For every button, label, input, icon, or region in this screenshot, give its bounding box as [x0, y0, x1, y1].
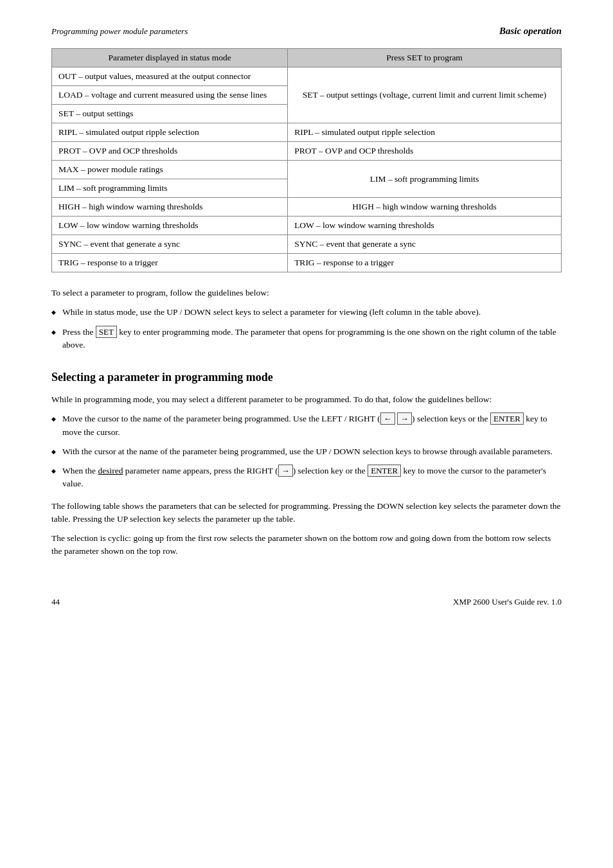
table-cell: LOAD – voltage and current measured usin… [52, 86, 288, 105]
list-item: While in status mode, use the UP / DOWN … [51, 306, 562, 319]
col2-header: Press SET to program [288, 49, 562, 67]
table-row: MAX – power module ratings LIM – soft pr… [52, 161, 562, 179]
table-cell: SYNC – event that generate a sync [52, 235, 288, 254]
table-row: SYNC – event that generate a sync SYNC –… [52, 235, 562, 254]
list-item: Press the SET key to enter programming m… [51, 326, 562, 352]
section-heading: Selecting a parameter in programming mod… [51, 371, 562, 384]
bullets2: Move the cursor to the name of the param… [51, 412, 562, 490]
list-item: With the cursor at the name of the param… [51, 445, 562, 458]
table-cell: LOW – low window warning thresholds [288, 217, 562, 235]
table-cell: MAX – power module ratings [52, 161, 288, 179]
set-key: SET [96, 326, 117, 338]
table-cell: HIGH – high window warning thresholds [52, 198, 288, 217]
enter-key: ENTER [490, 412, 524, 425]
bullets1: While in status mode, use the UP / DOWN … [51, 306, 562, 351]
col1-header: Parameter displayed in status mode [52, 49, 288, 67]
table-cell: PROT – OVP and OCP thresholds [52, 142, 288, 161]
enter-key2: ENTER [368, 465, 401, 477]
table-cell: OUT – output values, measured at the out… [52, 67, 288, 86]
table-cell: TRIG – response to a trigger [52, 254, 288, 272]
table-cell: TRIG – response to a trigger [288, 254, 562, 272]
right-key: → [397, 412, 412, 425]
table-cell: RIPL – simulated output ripple selection [288, 123, 562, 142]
table-row: RIPL – simulated output ripple selection… [52, 123, 562, 142]
header-left: Programming power module parameters [51, 26, 188, 37]
table-cell: HIGH – high window warning thresholds [288, 198, 562, 217]
table-cell: SYNC – event that generate a sync [288, 235, 562, 254]
para4: The selection is cyclic: going up from t… [51, 532, 562, 558]
table-row: LOW – low window warning thresholds LOW … [52, 217, 562, 235]
parameter-table: Parameter displayed in status mode Press… [51, 48, 562, 272]
table-cell: SET – output settings [52, 105, 288, 123]
page-footer: 44 XMP 2600 User's Guide rev. 1.0 [51, 597, 562, 607]
right-key2: → [278, 465, 293, 477]
table-cell: LOW – low window warning thresholds [52, 217, 288, 235]
left-key: ← [380, 412, 395, 425]
table-row: HIGH – high window warning thresholds HI… [52, 198, 562, 217]
table-row: OUT – output values, measured at the out… [52, 67, 562, 86]
table-row: PROT – OVP and OCP thresholds PROT – OVP… [52, 142, 562, 161]
para2: While in programming mode, you may selec… [51, 393, 562, 406]
header-right: Basic operation [499, 26, 562, 37]
page-header: Programming power module parameters Basi… [51, 26, 562, 37]
para3: The following table shows the parameters… [51, 500, 562, 526]
list-item: When the desired parameter name appears,… [51, 465, 562, 491]
table-cell: RIPL – simulated output ripple selection [52, 123, 288, 142]
doc-title: XMP 2600 User's Guide rev. 1.0 [453, 597, 562, 607]
table-cell: LIM – soft programming limits [288, 161, 562, 198]
page-number: 44 [51, 597, 60, 607]
table-cell: SET – output settings (voltage, current … [288, 67, 562, 123]
para1: To select a parameter to program, follow… [51, 287, 562, 299]
table-cell: LIM – soft programming limits [52, 179, 288, 198]
table-cell: PROT – OVP and OCP thresholds [288, 142, 562, 161]
list-item: Move the cursor to the name of the param… [51, 412, 562, 439]
table-row: TRIG – response to a trigger TRIG – resp… [52, 254, 562, 272]
